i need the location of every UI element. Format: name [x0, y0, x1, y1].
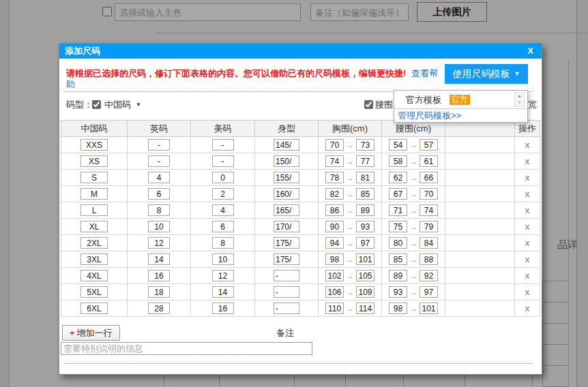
- china-size-caret-icon[interactable]: ▼: [136, 97, 141, 113]
- chest-from-input[interactable]: [325, 139, 344, 151]
- cn-size-input[interactable]: [80, 188, 108, 200]
- cn-size-input[interactable]: [80, 253, 108, 265]
- chest-from-input[interactable]: [325, 237, 344, 249]
- chest-to-input[interactable]: [356, 155, 374, 167]
- waist-to-input[interactable]: [420, 303, 438, 314]
- uk-size-input[interactable]: [148, 155, 170, 167]
- chest-to-input[interactable]: [356, 253, 374, 265]
- body-type-input[interactable]: [274, 139, 299, 151]
- waist-from-input[interactable]: [389, 253, 407, 265]
- uk-size-input[interactable]: [148, 204, 170, 216]
- chest-from-input[interactable]: [325, 253, 344, 265]
- waist-to-input[interactable]: [420, 286, 438, 298]
- dropdown-item-official[interactable]: 官方模板 官方 ▲ ▼: [394, 91, 527, 109]
- cn-size-input[interactable]: [80, 172, 108, 183]
- us-size-input[interactable]: [212, 303, 234, 314]
- chest-to-input[interactable]: [356, 188, 374, 200]
- uk-size-input[interactable]: [148, 286, 170, 298]
- body-type-input[interactable]: [274, 188, 299, 200]
- waist-from-input[interactable]: [389, 155, 407, 167]
- uk-size-input[interactable]: [148, 221, 170, 232]
- waist-from-input[interactable]: [389, 237, 407, 249]
- chest-from-input[interactable]: [325, 172, 344, 183]
- us-size-input[interactable]: [212, 139, 234, 151]
- body-type-input[interactable]: [274, 237, 299, 249]
- us-size-input[interactable]: [212, 237, 234, 249]
- us-size-input[interactable]: [212, 221, 234, 232]
- waist-to-input[interactable]: [420, 188, 438, 200]
- body-type-input[interactable]: [274, 172, 299, 183]
- delete-row-link[interactable]: x: [525, 140, 530, 150]
- cn-size-input[interactable]: [80, 237, 108, 249]
- waist-to-input[interactable]: [420, 237, 438, 249]
- us-size-input[interactable]: [212, 188, 234, 200]
- uk-size-input[interactable]: [148, 139, 170, 151]
- scroll-down-icon[interactable]: ▼: [515, 99, 524, 106]
- waist-to-input[interactable]: [420, 253, 438, 265]
- waist-from-input[interactable]: [389, 221, 407, 232]
- body-type-input[interactable]: [274, 303, 299, 314]
- delete-row-link[interactable]: x: [525, 303, 530, 313]
- chest-to-input[interactable]: [356, 303, 374, 314]
- use-template-button[interactable]: 使用尺码模板 ▼: [445, 64, 528, 84]
- delete-row-link[interactable]: x: [525, 254, 530, 264]
- waist-from-input[interactable]: [389, 139, 407, 151]
- us-size-input[interactable]: [212, 172, 234, 183]
- close-icon[interactable]: X: [527, 44, 533, 59]
- delete-row-link[interactable]: x: [525, 221, 530, 232]
- cn-size-input[interactable]: [80, 270, 108, 281]
- waist-from-input[interactable]: [389, 286, 407, 298]
- us-size-input[interactable]: [212, 204, 234, 216]
- chest-from-input[interactable]: [325, 221, 344, 232]
- cn-size-input[interactable]: [80, 221, 108, 232]
- china-size-checkbox[interactable]: [92, 100, 101, 109]
- delete-row-link[interactable]: x: [525, 238, 530, 248]
- chest-to-input[interactable]: [356, 237, 374, 249]
- uk-size-input[interactable]: [148, 303, 170, 314]
- uk-size-input[interactable]: [148, 270, 170, 281]
- china-size-label[interactable]: 中国码: [104, 97, 131, 113]
- remark-input[interactable]: [61, 342, 312, 355]
- us-size-input[interactable]: [212, 155, 234, 167]
- chest-from-input[interactable]: [325, 188, 344, 200]
- chest-to-input[interactable]: [356, 204, 374, 216]
- chest-from-input[interactable]: [325, 204, 344, 216]
- uk-size-input[interactable]: [148, 188, 170, 200]
- body-type-input[interactable]: [274, 155, 299, 167]
- waist-from-input[interactable]: [389, 204, 407, 216]
- add-row-button[interactable]: +增加一行: [62, 325, 120, 341]
- scroll-up-icon[interactable]: ▲: [515, 93, 524, 99]
- waist-from-input[interactable]: [389, 303, 407, 314]
- us-size-input[interactable]: [212, 270, 234, 281]
- waist-to-input[interactable]: [420, 172, 438, 183]
- dropdown-scroll-spinner[interactable]: ▲ ▼: [514, 92, 525, 107]
- chest-to-input[interactable]: [356, 221, 374, 232]
- waist-to-input[interactable]: [420, 204, 438, 216]
- chest-to-input[interactable]: [356, 139, 374, 151]
- waist-from-input[interactable]: [389, 172, 407, 183]
- chest-from-input[interactable]: [325, 303, 344, 314]
- waist-from-input[interactable]: [389, 270, 407, 281]
- chest-from-input[interactable]: [325, 270, 344, 281]
- body-type-input[interactable]: [274, 286, 299, 298]
- delete-row-link[interactable]: x: [525, 156, 530, 166]
- uk-size-input[interactable]: [148, 172, 170, 183]
- body-type-input[interactable]: [274, 221, 299, 232]
- delete-row-link[interactable]: x: [525, 172, 530, 183]
- delete-row-link[interactable]: x: [525, 270, 530, 281]
- waist-to-input[interactable]: [420, 221, 438, 232]
- chest-from-input[interactable]: [325, 155, 344, 167]
- body-type-input[interactable]: [274, 270, 299, 281]
- cn-size-input[interactable]: [80, 303, 108, 314]
- uk-size-input[interactable]: [148, 237, 170, 249]
- delete-row-link[interactable]: x: [525, 205, 530, 215]
- cn-size-input[interactable]: [80, 155, 108, 167]
- us-size-input[interactable]: [212, 253, 234, 265]
- cn-size-input[interactable]: [80, 286, 108, 298]
- chest-from-input[interactable]: [325, 286, 344, 298]
- waist-from-input[interactable]: [389, 188, 407, 200]
- us-size-input[interactable]: [212, 286, 234, 298]
- cn-size-input[interactable]: [80, 204, 108, 216]
- body-type-input[interactable]: [274, 253, 299, 265]
- cn-size-input[interactable]: [80, 139, 108, 151]
